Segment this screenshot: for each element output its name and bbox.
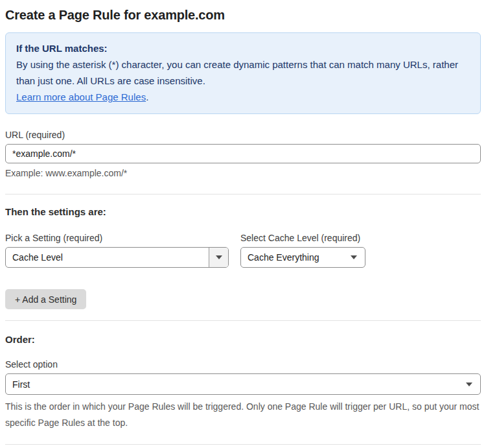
settings-section-heading: Then the settings are:	[5, 206, 481, 217]
section-divider	[5, 194, 481, 195]
cache-level-label: Select Cache Level (required)	[240, 233, 365, 243]
cache-level-column: Select Cache Level (required) Cache Ever…	[240, 233, 365, 268]
info-box-heading: If the URL matches:	[16, 40, 470, 56]
url-example-helper: Example: www.example.com/*	[5, 168, 481, 178]
caret-down-icon	[209, 248, 228, 267]
order-section-heading: Order:	[5, 334, 481, 345]
url-matches-info-box: If the URL matches: By using the asteris…	[5, 32, 481, 114]
learn-more-link[interactable]: Learn more about Page Rules	[16, 91, 146, 102]
pick-setting-select[interactable]: Cache Level	[5, 247, 229, 268]
order-select-value: First	[6, 379, 466, 390]
caret-down-icon	[351, 255, 365, 259]
pick-setting-value: Cache Level	[6, 252, 209, 263]
section-divider	[5, 320, 481, 321]
pick-setting-label: Pick a Setting (required)	[5, 233, 229, 243]
order-helper-text: This is the order in which your Page Rul…	[5, 399, 481, 431]
order-select[interactable]: First	[5, 373, 481, 395]
url-field-label: URL (required)	[5, 130, 481, 140]
add-setting-button[interactable]: + Add a Setting	[5, 289, 86, 309]
link-period: .	[146, 91, 148, 102]
info-box-link-line: Learn more about Page Rules.	[16, 89, 470, 105]
create-page-rule-form: Create a Page Rule for example.com If th…	[0, 8, 486, 448]
order-select-label: Select option	[5, 359, 481, 370]
url-input[interactable]	[5, 144, 481, 163]
pick-setting-column: Pick a Setting (required) Cache Level	[5, 233, 229, 268]
section-divider	[5, 444, 481, 445]
cache-level-value: Cache Everything	[241, 252, 351, 263]
info-box-body: By using the asterisk (*) character, you…	[16, 56, 470, 89]
cache-level-select[interactable]: Cache Everything	[240, 247, 365, 268]
settings-row: Pick a Setting (required) Cache Level Se…	[5, 233, 481, 268]
caret-down-icon	[466, 383, 480, 386]
page-title: Create a Page Rule for example.com	[5, 8, 481, 23]
